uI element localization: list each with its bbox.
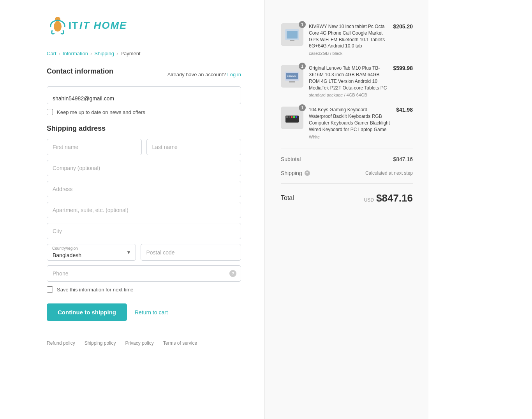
country-postal-row: Country/region Bangladesh ▼ [47, 244, 241, 261]
shipping-section: Shipping address Country/region [47, 124, 241, 293]
item-1-name: Original Lenovo Tab M10 Plus TB-X616M 10… [309, 65, 388, 91]
subtotal-label: Subtotal [281, 156, 301, 162]
shipping-summary-value: Calculated at next step [365, 170, 413, 176]
breadcrumb-shipping[interactable]: Shipping [94, 51, 114, 56]
newsletter-label: Keep me up to date on news and offers [57, 109, 145, 115]
first-name-input[interactable] [47, 139, 142, 155]
country-select-wrap: Country/region Bangladesh ▼ [47, 244, 136, 261]
item-1-badge: 1 [299, 63, 306, 70]
svg-text:LENOVO: LENOVO [287, 75, 296, 77]
total-amount: $847.16 [376, 192, 413, 204]
item-2-image-wrap: 1 [281, 107, 303, 129]
address-input[interactable] [47, 181, 241, 197]
item-0-name: KIVBWY New 10 inch tablet Pc Octa Core 4… [309, 23, 388, 49]
item-2-name: 104 Keys Gaming Keyboard Waterproof Back… [309, 107, 391, 133]
privacy-policy-link[interactable]: Privacy policy [125, 340, 153, 346]
breadcrumb-cart[interactable]: Cart [47, 51, 56, 56]
total-label: Total [281, 195, 294, 202]
svg-rect-7 [289, 81, 295, 82]
footer-links: Refund policy Shipping policy Privacy po… [47, 340, 241, 346]
login-link[interactable]: Log in [227, 72, 241, 77]
phone-input[interactable] [47, 265, 241, 282]
item-0-details: KIVBWY New 10 inch tablet Pc Octa Core 4… [309, 23, 388, 56]
address-group [47, 181, 241, 197]
shipping-summary-label: Shipping ? [281, 170, 310, 176]
breadcrumb-payment: Payment [120, 51, 140, 56]
phone-help-icon[interactable]: ? [229, 270, 236, 277]
city-input[interactable] [47, 223, 241, 239]
logo-it: IT [69, 19, 78, 32]
last-name-input[interactable] [146, 139, 241, 155]
subtotal-line: Subtotal $847.16 [281, 152, 413, 166]
shipping-title: Shipping address [47, 124, 241, 133]
item-0-image-wrap: 1 [281, 23, 303, 46]
country-select[interactable]: Bangladesh [47, 244, 136, 261]
item-1-details: Original Lenovo Tab M10 Plus TB-X616M 10… [309, 65, 388, 97]
item-2-badge: 1 [299, 104, 306, 111]
item-1-image-wrap: LENOVO 1 [281, 65, 303, 88]
newsletter-row: Keep me up to date on news and offers [47, 109, 241, 115]
order-item-2: 1 104 Keys Gaming Keyboard Waterproof Ba… [281, 107, 413, 139]
svg-rect-13 [293, 116, 295, 118]
postal-input[interactable] [141, 244, 241, 261]
email-field-wrap [47, 86, 241, 104]
phone-input-wrap: ? [47, 265, 241, 282]
save-info-checkbox[interactable] [47, 286, 53, 293]
order-item-1: LENOVO 1 Original Lenovo Tab M10 Plus TB… [281, 65, 413, 97]
item-0-badge: 1 [299, 21, 306, 28]
phone-group: ? [47, 265, 241, 282]
svg-point-1 [54, 21, 62, 32]
company-input[interactable] [47, 160, 241, 176]
company-group [47, 160, 241, 176]
city-group [47, 223, 241, 239]
order-item-0: 1 KIVBWY New 10 inch tablet Pc Octa Core… [281, 23, 413, 56]
return-button[interactable]: Return to cart [135, 309, 168, 316]
apartment-input[interactable] [47, 202, 241, 218]
save-info-row: Save this information for next time [47, 286, 241, 293]
save-info-label: Save this information for next time [57, 287, 134, 293]
item-2-price: $41.98 [396, 107, 413, 113]
svg-rect-4 [290, 40, 294, 41]
item-0-variant: case32GB / black [309, 51, 388, 56]
svg-rect-14 [296, 116, 297, 118]
email-input[interactable] [47, 86, 241, 104]
total-line: Total USD $847.16 [281, 187, 413, 210]
button-row: Continue to shipping Return to cart [47, 303, 241, 321]
item-1-price: $599.98 [393, 65, 413, 71]
logo-home: IT HOME [79, 19, 127, 32]
contact-section: Contact information Already have an acco… [47, 67, 241, 115]
summary-divider-1 [281, 149, 413, 149]
contact-title: Contact information [47, 67, 113, 75]
name-row [47, 139, 241, 155]
login-prompt: Already have an account? Log in [167, 72, 241, 77]
refund-policy-link[interactable]: Refund policy [47, 340, 75, 346]
svg-rect-3 [287, 31, 298, 39]
svg-rect-10 [286, 116, 288, 118]
order-summary: 1 KIVBWY New 10 inch tablet Pc Octa Core… [265, 0, 428, 419]
logo: IT IT HOME [47, 16, 241, 35]
shipping-policy-link[interactable]: Shipping policy [85, 340, 116, 346]
subtotal-value: $847.16 [393, 156, 413, 162]
shipping-help-icon[interactable]: ? [305, 170, 310, 176]
newsletter-checkbox[interactable] [47, 109, 53, 115]
item-2-variant: White [309, 135, 391, 139]
svg-rect-12 [291, 116, 292, 118]
total-value-wrap: USD $847.16 [364, 192, 413, 204]
svg-point-0 [55, 17, 60, 22]
breadcrumb-sep3: › [116, 51, 118, 56]
apartment-group [47, 202, 241, 218]
shipping-line: Shipping ? Calculated at next step [281, 166, 413, 180]
logo-icon [47, 16, 69, 35]
breadcrumb-information[interactable]: Information [63, 51, 88, 56]
continue-button[interactable]: Continue to shipping [47, 303, 127, 321]
breadcrumb-sep2: › [90, 51, 92, 56]
terms-link[interactable]: Terms of service [163, 340, 197, 346]
item-2-details: 104 Keys Gaming Keyboard Waterproof Back… [309, 107, 391, 139]
item-1-variant: standard package / 4GB 64GB [309, 93, 388, 97]
svg-rect-11 [289, 116, 290, 118]
breadcrumb: Cart › Information › Shipping › Payment [47, 51, 241, 56]
order-items-list: 1 KIVBWY New 10 inch tablet Pc Octa Core… [281, 23, 413, 139]
breadcrumb-sep1: › [59, 51, 60, 56]
summary-divider-2 [281, 183, 413, 184]
total-currency: USD [364, 197, 374, 203]
